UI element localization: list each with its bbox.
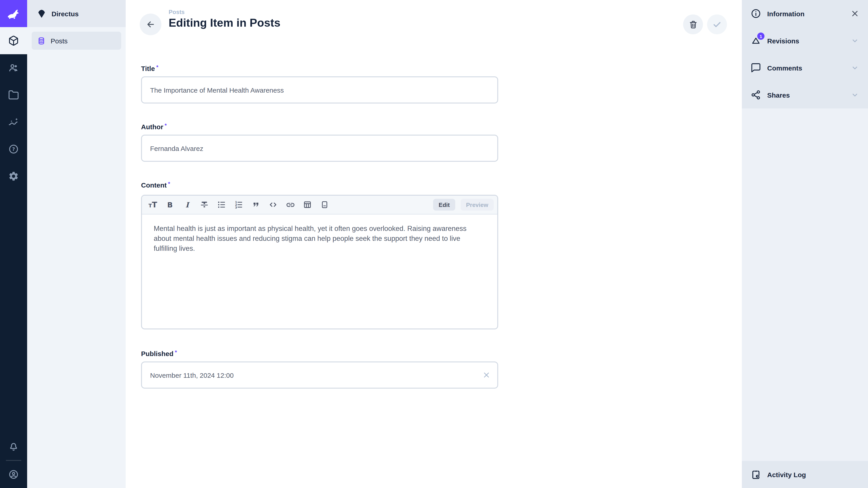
- project-fan-icon: [37, 8, 46, 19]
- folder-icon: [8, 90, 19, 100]
- sidebar-section-revisions[interactable]: 1 Revisions: [742, 27, 868, 54]
- image-button[interactable]: [316, 197, 333, 213]
- link-icon: [285, 200, 295, 209]
- comment-icon: [750, 62, 761, 73]
- chevron-down-icon: [850, 36, 860, 45]
- sidebar-section-comments[interactable]: Comments: [742, 54, 868, 81]
- chevron-down-icon: [850, 90, 860, 99]
- project-name: Directus: [52, 10, 79, 18]
- insights-icon: [8, 117, 19, 127]
- numbered-list-icon: 1 2 3: [234, 200, 243, 209]
- published-input[interactable]: [141, 361, 498, 389]
- editor-toolbar: TT B I: [142, 196, 497, 215]
- back-button[interactable]: [140, 13, 161, 35]
- bell-icon: [8, 441, 19, 452]
- published-field: [141, 361, 498, 389]
- table-button[interactable]: [299, 197, 316, 213]
- editor-mode-toggle: Edit Preview: [433, 199, 494, 210]
- bold-button[interactable]: B: [161, 197, 179, 213]
- blockquote-icon: [251, 200, 260, 209]
- module-user-directory[interactable]: [0, 54, 27, 81]
- strikethrough-icon: [200, 200, 209, 209]
- directus-logo[interactable]: [0, 0, 27, 27]
- account-icon: [8, 469, 19, 480]
- published-field-label: Published*: [141, 349, 177, 357]
- info-icon: [750, 8, 761, 19]
- module-bar: ?: [0, 0, 27, 488]
- content-field-label: Content*: [141, 181, 170, 189]
- markdown-editor: TT B I: [141, 195, 498, 329]
- edit-mode-button[interactable]: Edit: [433, 199, 455, 210]
- required-marker: *: [164, 123, 166, 129]
- module-content[interactable]: [0, 27, 27, 54]
- account-button[interactable]: [0, 461, 27, 488]
- link-button[interactable]: [282, 197, 299, 213]
- module-insights[interactable]: [0, 108, 27, 135]
- clear-date-icon[interactable]: [482, 370, 491, 380]
- nav-item-posts[interactable]: Posts: [32, 32, 121, 50]
- italic-button[interactable]: I: [179, 197, 196, 213]
- strikethrough-button[interactable]: [196, 197, 213, 213]
- required-marker: *: [175, 349, 177, 356]
- preview-mode-button[interactable]: Preview: [461, 199, 494, 210]
- box-icon: [8, 35, 19, 46]
- revisions-icon: 1: [750, 35, 761, 46]
- content-textarea[interactable]: Mental health is just as important as ph…: [142, 215, 497, 254]
- code-icon: [269, 200, 278, 209]
- trash-icon: [688, 20, 698, 29]
- sidebar-section-information[interactable]: Information: [742, 0, 868, 27]
- image-icon: [320, 200, 329, 209]
- author-input[interactable]: [141, 135, 498, 162]
- revisions-count-badge: 1: [757, 33, 765, 40]
- check-icon: [712, 19, 722, 30]
- numbered-list-button[interactable]: 1 2 3: [230, 197, 247, 213]
- svg-text:?: ?: [12, 147, 15, 152]
- activity-log-icon: [750, 469, 761, 480]
- right-sidebar: Information 1 Revisions: [742, 0, 868, 488]
- svg-text:3: 3: [235, 206, 237, 209]
- rabbit-icon: [6, 6, 21, 21]
- table-icon: [303, 200, 312, 209]
- notifications-button[interactable]: [0, 433, 27, 460]
- author-field-label: Author*: [141, 123, 167, 131]
- title-input[interactable]: [141, 76, 498, 103]
- navigation-sidebar: Directus Posts: [27, 0, 126, 488]
- save-button[interactable]: [707, 14, 727, 34]
- breadcrumb[interactable]: Posts: [168, 8, 185, 15]
- page-title: Editing Item in Posts: [168, 16, 281, 29]
- share-icon: [750, 90, 761, 100]
- users-icon: [8, 62, 19, 73]
- required-marker: *: [168, 181, 170, 187]
- main-content: Posts Editing Item in Posts Title*: [126, 0, 742, 488]
- database-icon: [37, 36, 46, 45]
- bulleted-list-icon: [217, 200, 226, 209]
- required-marker: *: [156, 64, 158, 70]
- help-icon: ?: [8, 144, 19, 155]
- arrow-left-icon: [146, 20, 156, 29]
- delete-button[interactable]: [683, 14, 703, 34]
- sidebar-empty-area: [742, 108, 868, 461]
- chevron-down-icon: [850, 63, 860, 72]
- gear-icon: [8, 171, 19, 182]
- blockquote-button[interactable]: [247, 197, 265, 213]
- close-sidebar-icon[interactable]: [850, 9, 860, 18]
- code-button[interactable]: [265, 197, 282, 213]
- format-size-button[interactable]: TT: [144, 197, 161, 213]
- nav-item-label: Posts: [51, 37, 68, 44]
- sidebar-section-shares[interactable]: Shares: [742, 81, 868, 108]
- bulleted-list-button[interactable]: [213, 197, 230, 213]
- directus-app: ?: [0, 0, 868, 488]
- sidebar-activity-log[interactable]: Activity Log: [742, 461, 868, 488]
- module-file-library[interactable]: [0, 81, 27, 108]
- project-header[interactable]: Directus: [27, 0, 126, 27]
- module-settings[interactable]: [0, 163, 27, 190]
- module-documentation[interactable]: ?: [0, 135, 27, 163]
- title-field-label: Title*: [141, 64, 158, 72]
